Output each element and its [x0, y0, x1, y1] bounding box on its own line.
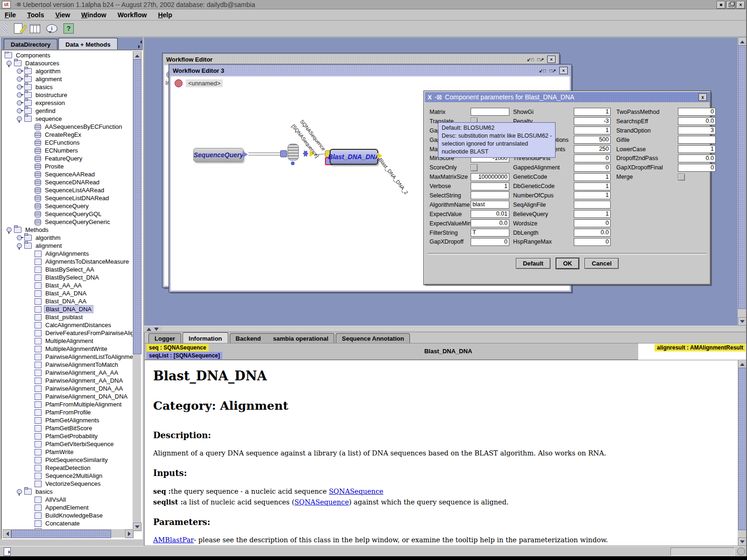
tree-expander-icon[interactable]: [17, 235, 22, 240]
input-badge-seq[interactable]: seq : SQNASequence: [147, 344, 209, 351]
tree-item[interactable]: AlignmentsToDistanceMeasure: [3, 258, 134, 266]
left-panel-tab[interactable]: Data + Methods: [58, 38, 117, 49]
tree-item[interactable]: PlotSequenceSimilarity: [3, 456, 134, 464]
workflow-name-chip[interactable]: <unnamed>: [186, 79, 223, 87]
tree-item[interactable]: Blast_psiblast: [3, 313, 134, 321]
menu-item[interactable]: Tools: [27, 11, 44, 19]
tree-item[interactable]: Prosite: [3, 162, 134, 170]
parameter-field[interactable]: 0.01: [471, 210, 509, 218]
tree-item[interactable]: biostructure: [3, 91, 134, 99]
parameter-field[interactable]: 100000000: [471, 173, 509, 181]
menu-item[interactable]: File: [5, 11, 16, 19]
tree-expander-icon[interactable]: [17, 489, 22, 494]
tree-item[interactable]: basics: [3, 83, 134, 91]
input-badge-seqlist[interactable]: seqList : [SQNASequence]: [147, 352, 222, 359]
bottom-tab[interactable]: Backend sambia operational: [230, 333, 335, 343]
tree-expander-icon[interactable]: [17, 92, 22, 98]
parameter-field[interactable]: [471, 108, 509, 116]
scroll-left-icon[interactable]: [3, 530, 11, 538]
tree-item[interactable]: PairwiseAlignment_DNA_DNA: [3, 392, 134, 400]
doc-vertical-scrollbar[interactable]: [738, 360, 747, 546]
tree-item[interactable]: AASequencesByECFunction: [3, 123, 134, 131]
tree-item[interactable]: CreateRegEx: [3, 131, 134, 139]
frame-maximize-icon[interactable]: □↗: [549, 67, 557, 74]
tree-item[interactable]: Blast_AA_DNA: [3, 289, 134, 297]
workflow-node-blast-dna-dna[interactable]: Blast_DNA_DNA: [330, 149, 378, 165]
tree-item[interactable]: basics: [3, 488, 134, 496]
scroll-right-icon[interactable]: [125, 530, 134, 538]
tree-item[interactable]: BlastBySelect_DNA: [3, 273, 134, 281]
junction-coil-icon[interactable]: [288, 144, 299, 161]
tree-expander-icon[interactable]: [7, 61, 12, 66]
parameter-field[interactable]: [471, 191, 509, 199]
menu-item[interactable]: View: [55, 11, 70, 19]
tree-item[interactable]: AllVsAll: [3, 496, 134, 504]
parameter-field[interactable]: 0: [678, 164, 716, 172]
tree-item[interactable]: expression: [3, 99, 134, 107]
amblastpar-link[interactable]: AMBlastPar: [153, 536, 194, 544]
desktop-vertical-scrollbar[interactable]: [738, 37, 747, 326]
frame-minimize-icon[interactable]: ↙□: [539, 67, 546, 74]
scroll-up-icon[interactable]: [738, 360, 747, 368]
tree-horizontal-scrollbar[interactable]: [3, 529, 134, 538]
ok-button[interactable]: OK: [556, 258, 579, 269]
parameter-field[interactable]: 1: [574, 191, 611, 199]
tree-item[interactable]: SequenceQuery: [3, 202, 134, 210]
tree-item[interactable]: Blast_AA_AA: [3, 281, 134, 289]
output-badge-alignresult[interactable]: alignresult : AMAlignmentResult: [655, 344, 746, 351]
tree-item[interactable]: SequenceListAARead: [3, 186, 134, 194]
maximize-button[interactable]: [726, 1, 735, 9]
parameter-field[interactable]: 1: [574, 173, 611, 181]
tree-expander-icon[interactable]: [17, 69, 22, 74]
tree-expander-icon[interactable]: [17, 77, 22, 82]
title-bar[interactable]: ut -⊠ Uebertool version 1.1alpha b24 -- …: [0, 0, 747, 9]
tree-expander-icon[interactable]: [17, 116, 22, 121]
parameter-field[interactable]: 0.0: [574, 229, 611, 237]
table-icon[interactable]: [29, 22, 41, 35]
scrollbar-thumb[interactable]: [133, 59, 141, 354]
frame-minimize-icon[interactable]: ↙□: [527, 56, 534, 63]
scroll-down-icon[interactable]: [738, 538, 747, 546]
scroll-down-icon[interactable]: [738, 317, 747, 326]
scrollbar-thumb[interactable]: [11, 530, 111, 538]
parameter-field[interactable]: 0: [574, 154, 611, 162]
tree-item[interactable]: Concatenate: [3, 519, 134, 527]
scrollbar-thumb[interactable]: [738, 368, 747, 530]
help-icon[interactable]: ?: [63, 22, 75, 35]
parameter-field[interactable]: 1: [574, 182, 611, 190]
parameter-checkbox[interactable]: [678, 174, 685, 181]
scroll-up-icon[interactable]: [133, 51, 141, 60]
parameter-field[interactable]: 3: [678, 126, 716, 134]
parameter-field[interactable]: 1: [574, 108, 611, 116]
tree-item[interactable]: VectorizeSequences: [3, 480, 134, 488]
tree-item[interactable]: RepeatDetection: [3, 464, 134, 472]
tree-item[interactable]: sequence: [3, 115, 134, 123]
tree-item[interactable]: Sequence2MultiAlign: [3, 472, 134, 480]
default-button[interactable]: Default: [516, 258, 550, 269]
menu-item[interactable]: Window: [81, 11, 106, 19]
tree-item[interactable]: FeatureQuery: [3, 154, 134, 162]
bottom-tab[interactable]: Information: [183, 332, 228, 343]
split-pane-divider[interactable]: [144, 326, 747, 332]
frame-title-bar[interactable]: Workflow Editor ↙□ □↗ ×: [163, 54, 558, 64]
tree-item[interactable]: PfamGetAlignments: [3, 416, 134, 424]
workflow-node-sequencequery[interactable]: SequenceQuery: [193, 148, 244, 162]
parameter-field[interactable]: [574, 201, 611, 209]
status-knob-icon[interactable]: [737, 547, 745, 555]
collapse-up-icon[interactable]: [147, 325, 151, 331]
tree-item[interactable]: SequenceDNARead: [3, 178, 134, 186]
parameter-field[interactable]: 250: [574, 145, 611, 153]
parameter-field[interactable]: 0: [574, 164, 611, 172]
tree-item[interactable]: PfamFromProfile: [3, 408, 134, 416]
parameter-field[interactable]: [678, 136, 716, 144]
tree-item[interactable]: CalcAlignmentDistances: [3, 321, 134, 329]
tree-item[interactable]: MultipleAlignmentWrite: [3, 345, 134, 353]
tree-item[interactable]: SequenceQueryGQL: [3, 210, 134, 218]
tree-item[interactable]: PairwiseAlignment_AA_AA: [3, 369, 134, 377]
tree-item[interactable]: PairwiseAlignmentToMatch: [3, 361, 134, 369]
tree-item[interactable]: Components: [3, 51, 134, 59]
tree-expander-icon[interactable]: [17, 108, 22, 113]
parameter-field[interactable]: 0: [574, 238, 611, 246]
tree-item[interactable]: PfamFromMultipleAlignment: [3, 400, 134, 408]
tree-item[interactable]: alignment: [3, 75, 134, 83]
